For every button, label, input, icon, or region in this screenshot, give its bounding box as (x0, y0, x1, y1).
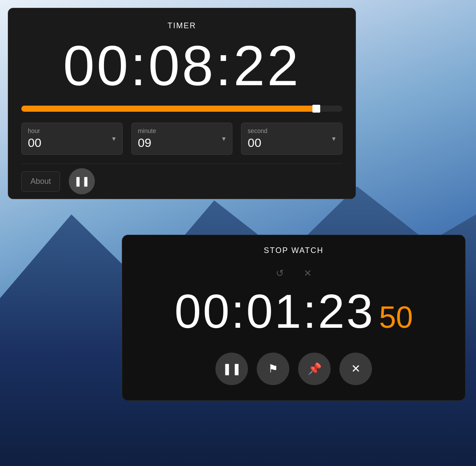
stopwatch-pause-button[interactable]: ❚❚ (215, 353, 248, 385)
stopwatch-reset-button[interactable]: ↺ (270, 264, 289, 283)
hour-value: 00 (28, 136, 116, 150)
stopwatch-pause-icon: ❚❚ (222, 362, 241, 376)
stopwatch-top-controls: ↺ ✕ (137, 264, 450, 283)
close-small-icon: ✕ (304, 268, 312, 279)
pin-icon: 📌 (308, 362, 322, 376)
dropdowns-row: hour 00 ▼ minute 09 ▼ second 00 ▼ (21, 123, 342, 155)
about-tab[interactable]: About (21, 171, 60, 192)
minute-value: 09 (138, 136, 226, 150)
stopwatch-pin-button[interactable]: 📌 (298, 353, 331, 385)
second-value: 00 (248, 136, 336, 150)
close-icon: ✕ (351, 362, 361, 376)
minute-dropdown-arrow: ▼ (221, 135, 227, 142)
timer-pause-button[interactable]: ❚❚ (69, 168, 95, 194)
stopwatch-milliseconds: 50 (379, 302, 413, 333)
stopwatch-close-small-button[interactable]: ✕ (298, 264, 317, 283)
stopwatch-title: STOP WATCH (137, 246, 450, 255)
timer-title: TIMER (21, 21, 342, 30)
timer-window: TIMER 00:08:22 hour 00 ▼ minute 09 ▼ sec… (8, 8, 356, 199)
timer-display: 00:08:22 (21, 35, 342, 97)
progress-bar-handle[interactable] (312, 105, 320, 113)
stopwatch-time: 00:01:23 (174, 287, 375, 335)
second-dropdown-arrow: ▼ (331, 135, 337, 142)
minute-dropdown[interactable]: minute 09 ▼ (131, 123, 233, 155)
progress-bar-container[interactable] (21, 106, 342, 112)
stopwatch-display: 00:01:23 50 (137, 287, 450, 335)
timer-pause-icon: ❚❚ (74, 176, 90, 187)
progress-bar-fill (21, 106, 317, 112)
stopwatch-close-button[interactable]: ✕ (339, 353, 372, 385)
timer-bottom-row: About ❚❚ (21, 163, 342, 199)
hour-label: hour (28, 127, 116, 134)
second-dropdown[interactable]: second 00 ▼ (241, 123, 342, 155)
stopwatch-flag-button[interactable]: ⚑ (257, 353, 289, 385)
hour-dropdown[interactable]: hour 00 ▼ (21, 123, 123, 155)
stopwatch-window: STOP WATCH ↺ ✕ 00:01:23 50 ❚❚ ⚑ 📌 ✕ (122, 235, 466, 401)
second-label: second (248, 127, 336, 134)
flag-icon: ⚑ (268, 362, 278, 376)
minute-label: minute (138, 127, 226, 134)
stopwatch-buttons: ❚❚ ⚑ 📌 ✕ (137, 353, 450, 385)
reset-icon: ↺ (276, 268, 284, 279)
hour-dropdown-arrow: ▼ (111, 135, 117, 142)
